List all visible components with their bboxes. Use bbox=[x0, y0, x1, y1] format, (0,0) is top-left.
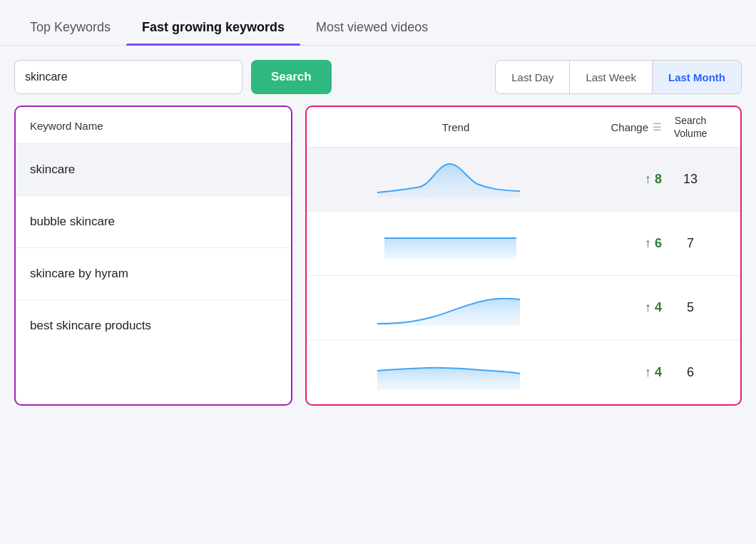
filter-icon[interactable]: ☰ bbox=[653, 121, 662, 133]
col-header-change: Change ☰ bbox=[591, 121, 662, 133]
trend-cell bbox=[321, 287, 591, 329]
search-input-wrap bbox=[14, 60, 242, 94]
trend-chart-best bbox=[370, 351, 541, 394]
col-header-trend: Trend bbox=[321, 116, 591, 139]
change-value: ↑ 8 bbox=[591, 172, 662, 187]
list-item: skincare by hyram bbox=[16, 248, 291, 300]
trend-cell bbox=[321, 351, 591, 394]
time-btn-last-month[interactable]: Last Month bbox=[653, 61, 741, 93]
volume-value: 6 bbox=[662, 365, 726, 380]
volume-value: 5 bbox=[662, 300, 726, 315]
time-btn-last-day[interactable]: Last Day bbox=[496, 61, 570, 93]
trend-chart-hyram bbox=[370, 287, 541, 329]
trend-cell bbox=[321, 158, 591, 201]
time-btn-last-week[interactable]: Last Week bbox=[570, 61, 653, 93]
table-row: ↑ 4 6 bbox=[307, 340, 740, 404]
main-content: Keyword Name skincare bubble skincare sk… bbox=[0, 106, 756, 420]
change-value: ↑ 4 bbox=[591, 365, 662, 380]
svg-rect-0 bbox=[384, 238, 516, 260]
right-panel-header: Trend Change ☰ Search Volume bbox=[307, 107, 740, 148]
volume-value: 7 bbox=[662, 236, 726, 251]
left-panel: Keyword Name skincare bubble skincare sk… bbox=[14, 106, 292, 406]
tab-most-viewed[interactable]: Most viewed videos bbox=[300, 13, 444, 45]
tab-fast-growing[interactable]: Fast growing keywords bbox=[126, 13, 300, 45]
list-item: skincare bbox=[16, 144, 291, 196]
table-row: ↑ 4 5 bbox=[307, 276, 740, 340]
tab-top-keywords[interactable]: Top Keywords bbox=[14, 13, 126, 45]
col-header-volume: Search Volume bbox=[662, 114, 726, 140]
trend-chart-bubble bbox=[370, 222, 541, 265]
table-row: ↑ 8 13 bbox=[307, 148, 740, 212]
volume-value: 13 bbox=[662, 172, 726, 187]
time-filter-group: Last Day Last Week Last Month bbox=[495, 60, 742, 94]
list-item: best skincare products bbox=[16, 300, 291, 351]
trend-cell bbox=[321, 222, 591, 265]
left-panel-header: Keyword Name bbox=[16, 107, 291, 144]
tabs-bar: Top Keywords Fast growing keywords Most … bbox=[0, 0, 756, 46]
change-value: ↑ 4 bbox=[591, 300, 662, 315]
search-input[interactable] bbox=[25, 71, 232, 83]
list-item: bubble skincare bbox=[16, 196, 291, 248]
right-panel: Trend Change ☰ Search Volume bbox=[305, 106, 742, 406]
change-value: ↑ 6 bbox=[591, 236, 662, 251]
search-button[interactable]: Search bbox=[251, 60, 332, 94]
trend-chart-skincare bbox=[370, 158, 541, 201]
search-area: Search Last Day Last Week Last Month bbox=[0, 46, 756, 106]
table-row: ↑ 6 7 bbox=[307, 212, 740, 276]
